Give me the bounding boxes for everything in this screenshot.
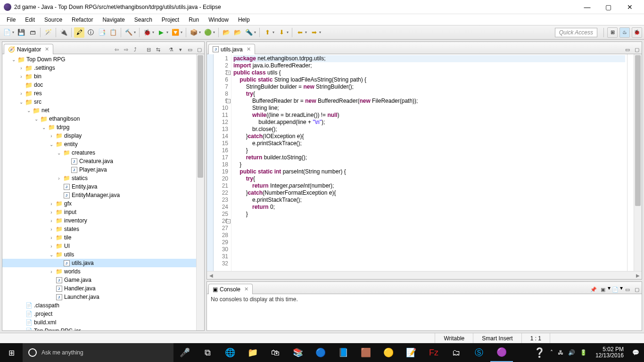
menu-navigate[interactable]: Navigate	[98, 15, 129, 25]
app-icon-1[interactable]: 🔵	[309, 343, 332, 362]
open-perspective-button[interactable]: ⊞	[607, 27, 618, 38]
task-view-button[interactable]: ⧉	[196, 343, 219, 362]
app-icon-2[interactable]: 🗂	[445, 343, 468, 362]
close-icon[interactable]: ✕	[247, 46, 251, 52]
code-content[interactable]: package net.ethangibson.tdrpg.utils;impo…	[231, 54, 627, 271]
maximize-editor-button[interactable]: ▢	[633, 45, 641, 54]
tree-item-states[interactable]: ›📁states	[2, 225, 204, 233]
maximize-button[interactable]: ▢	[598, 0, 619, 14]
quick-access-field[interactable]: Quick Access	[555, 28, 597, 37]
tree-item-ethangibson[interactable]: ⌄📁ethangibson	[2, 115, 204, 123]
edge-icon[interactable]: 🌐	[219, 343, 241, 362]
tree-item-top-down-rpg-jar[interactable]: 📄Top Down RPG.jar	[2, 327, 204, 330]
menu-refactor[interactable]: Refactor	[67, 15, 98, 25]
tree-item--project[interactable]: 📄.project	[2, 310, 204, 318]
start-button[interactable]: ⊞	[0, 343, 23, 362]
tree-item--classpath[interactable]: 📄.classpath	[2, 301, 204, 310]
close-button[interactable]: ✕	[619, 0, 640, 14]
menu-edit[interactable]: Edit	[20, 15, 40, 25]
menu-help[interactable]: Help	[233, 15, 255, 25]
console-tab[interactable]: ▣ Console ✕	[208, 284, 253, 294]
search-button[interactable]: 🔦	[244, 27, 254, 38]
tree-item-utils-java[interactable]: Jutils.java	[2, 259, 204, 267]
tree-item--settings[interactable]: ›📁.settings	[2, 64, 204, 72]
prev-annotation-button[interactable]: ⬆	[262, 27, 272, 38]
code-editor[interactable]: 123+6789−1011121314151617181920212223242…	[207, 54, 642, 271]
tree-scrollbar[interactable]	[196, 54, 204, 330]
tree-item-inventory[interactable]: ›📁inventory	[2, 216, 204, 225]
help-tray-icon[interactable]: ❔	[534, 347, 545, 358]
tree-item-worlds[interactable]: ›📁worlds	[2, 267, 204, 276]
taskbar-clock[interactable]: 5:02 PM 12/13/2016	[592, 346, 627, 359]
editor-tab-utils[interactable]: J utils.java ✕	[208, 44, 255, 54]
tree-item-utils[interactable]: ⌄📁utils	[2, 250, 204, 259]
action-center-icon[interactable]: 💬	[632, 349, 639, 356]
tree-item-doc[interactable]: 📁doc	[2, 81, 204, 89]
tree-item-ui[interactable]: ›📁UI	[2, 242, 204, 250]
maximize-view-button[interactable]: ▢	[195, 45, 204, 54]
forward-button[interactable]: ➡	[309, 27, 319, 38]
tree-item-tdrpg[interactable]: ⌄📁tdrpg	[2, 123, 204, 132]
tree-item-net[interactable]: ⌄📁net	[2, 106, 204, 115]
wand-button[interactable]: 🪄	[43, 27, 53, 38]
highlight-button[interactable]: 🖍	[74, 27, 84, 38]
java-perspective-button[interactable]: ♨	[619, 27, 630, 38]
tray-chevron-icon[interactable]: ˄	[550, 349, 553, 356]
maximize-console-button[interactable]: ▢	[633, 285, 641, 294]
skype-icon[interactable]: Ⓢ	[468, 343, 490, 362]
menu-window[interactable]: Window	[204, 15, 233, 25]
tree-item-handler-java[interactable]: JHandler.java	[2, 284, 204, 293]
view-menu-button[interactable]: ▾	[176, 45, 185, 54]
save-all-button[interactable]: 🗃	[27, 27, 38, 38]
tree-item-creatures[interactable]: ⌄📁creatures	[2, 148, 204, 157]
collapse-all-button[interactable]: ⊟	[144, 45, 153, 54]
coverage-button[interactable]: 🔽	[170, 27, 181, 38]
build-button[interactable]: 🔨	[124, 27, 134, 38]
minecraft-icon[interactable]: 🟫	[355, 343, 377, 362]
minimize-editor-button[interactable]: ▭	[623, 45, 632, 54]
navigator-tree[interactable]: ⌄📁Top Down RPG›📁.settings›📁bin📁doc›📁res⌄…	[2, 54, 204, 330]
run-button[interactable]: ▶	[156, 27, 166, 38]
tree-item-player-java[interactable]: JPlayer.java	[2, 165, 204, 174]
tree-item-input[interactable]: ›📁input	[2, 208, 204, 216]
navigator-tab[interactable]: 🧭 Navigator ✕	[4, 44, 53, 54]
tree-item-launcher-java[interactable]: JLauncher.java	[2, 293, 204, 301]
network-icon[interactable]: 🖧	[558, 349, 563, 356]
file-explorer-icon[interactable]: 📁	[241, 343, 264, 362]
link-editor-button[interactable]: ⇆	[154, 45, 162, 54]
cortana-search[interactable]: Ask me anything	[23, 343, 173, 362]
system-tray[interactable]: ❔ ˄ 🖧 🔊 🔋 5:02 PM 12/13/2016 💬	[529, 346, 644, 359]
pin-console-button[interactable]: 📌	[589, 285, 598, 294]
new-button[interactable]: 📄	[2, 27, 12, 38]
tree-item-display[interactable]: ›📁display	[2, 132, 204, 140]
minimize-view-button[interactable]: ▭	[186, 45, 194, 54]
up-nav-button[interactable]: ⤴	[131, 45, 140, 54]
open-console-button[interactable]: 📄	[611, 285, 619, 294]
tree-item-src[interactable]: ⌄📁src	[2, 98, 204, 106]
store-icon[interactable]: 🛍	[264, 343, 287, 362]
mic-icon[interactable]: 🎤	[173, 343, 196, 362]
volume-icon[interactable]: 🔊	[568, 349, 575, 356]
save-button[interactable]: 💾	[16, 27, 26, 38]
minimize-button[interactable]: —	[577, 0, 598, 14]
back-nav-button[interactable]: ⇦	[112, 45, 121, 54]
notepad-icon[interactable]: 📝	[400, 343, 422, 362]
menu-source[interactable]: Source	[40, 15, 67, 25]
winrar-icon[interactable]: 📚	[287, 343, 309, 362]
editor-vertical-scrollbar[interactable]	[634, 54, 642, 271]
debug-toggle-button[interactable]: 🔌	[58, 27, 69, 38]
bookmark-button[interactable]: 📑	[97, 27, 107, 38]
tree-item-gfx[interactable]: ›📁gfx	[2, 199, 204, 208]
debug-perspective-button[interactable]: 🐞	[632, 27, 642, 38]
display-console-button[interactable]: ▣	[599, 285, 607, 294]
tree-item-entity-java[interactable]: JEntity.java	[2, 182, 204, 191]
debug-button[interactable]: 🐞	[142, 27, 152, 38]
cursor-button[interactable]: ⓘ	[85, 27, 96, 38]
tree-item-res[interactable]: ›📁res	[2, 89, 204, 98]
minimize-console-button[interactable]: ▭	[623, 285, 632, 294]
tree-item-statics[interactable]: ›📁statics	[2, 174, 204, 182]
open-task-button[interactable]: 📂	[232, 27, 243, 38]
battery-icon[interactable]: 🔋	[580, 349, 587, 356]
next-annotation-button[interactable]: ⬇	[276, 27, 287, 38]
word-icon[interactable]: 📘	[332, 343, 355, 362]
